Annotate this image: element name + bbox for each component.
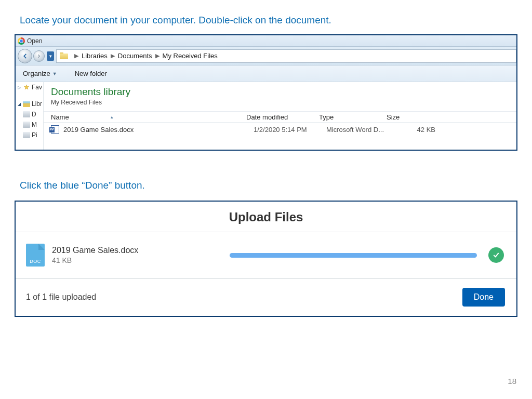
address-bar[interactable]: ▶ Libraries ▶ Documents ▶ My Received Fi… xyxy=(56,49,516,63)
instruction-2: Click the blue “Done” button. xyxy=(0,180,532,201)
library-title: Documents library xyxy=(51,86,516,98)
upload-file-name: 2019 Game Sales.docx xyxy=(52,246,218,255)
file-list-pane: Documents library My Received Files Name… xyxy=(44,82,516,150)
column-type[interactable]: Type xyxy=(319,113,387,121)
sidebar-label: D xyxy=(32,111,36,118)
sidebar-favorites[interactable]: ▷ Fav xyxy=(16,82,43,92)
sidebar-item[interactable]: D xyxy=(16,109,43,119)
file-row[interactable]: 2019 Game Sales.docx 1/2/2020 5:14 PM Mi… xyxy=(44,123,516,136)
back-button[interactable] xyxy=(18,49,32,63)
file-type: Microsoft Word D... xyxy=(326,126,394,134)
libraries-icon xyxy=(23,101,30,107)
new-folder-button[interactable]: New folder xyxy=(75,70,107,77)
upload-status: 1 of 1 file uploaded xyxy=(26,292,96,302)
done-button[interactable]: Done xyxy=(462,288,505,307)
chevron-right-icon: ▶ xyxy=(111,52,115,59)
file-name: 2019 Game Sales.docx xyxy=(63,126,254,134)
upload-file-size: 41 KB xyxy=(52,256,218,264)
nav-sidebar: ▷ Fav ◢ Libr D M xyxy=(16,82,44,150)
organize-button[interactable]: Organize▼ xyxy=(23,70,57,77)
disk-icon xyxy=(23,111,30,117)
expand-icon: ▷ xyxy=(18,85,23,90)
file-date: 1/2/2020 5:14 PM xyxy=(254,126,326,134)
forward-button[interactable] xyxy=(33,50,45,62)
breadcrumb-my-received-files[interactable]: My Received Files xyxy=(163,52,218,60)
chevron-right-icon: ▶ xyxy=(155,52,159,59)
column-headers: Name▴ Date modified Type Size xyxy=(44,111,516,123)
disk-icon xyxy=(23,122,30,128)
chrome-icon xyxy=(18,37,25,45)
caret-down-icon: ▼ xyxy=(52,71,57,76)
upload-progress-bar xyxy=(230,253,477,258)
file-size: 42 KB xyxy=(394,126,441,134)
star-icon xyxy=(23,84,30,91)
instruction-1: Locate your document in your computer. D… xyxy=(0,0,532,34)
nav-bar: ▾ ▶ Libraries ▶ Documents ▶ My Received … xyxy=(16,47,516,65)
file-open-dialog: Open ▾ ▶ Libraries ▶ Documents ▶ My Rece… xyxy=(15,34,517,151)
upload-title: Upload Files xyxy=(16,202,516,232)
sidebar-label: M xyxy=(32,121,37,128)
sidebar-label: Pi xyxy=(32,131,37,139)
folder-icon xyxy=(60,52,68,59)
doc-file-icon xyxy=(26,244,45,267)
title-bar: Open xyxy=(16,35,516,47)
success-check-icon xyxy=(488,247,504,263)
library-subtitle: My Received Files xyxy=(51,99,516,106)
sidebar-label: Fav xyxy=(32,84,42,91)
breadcrumb-documents[interactable]: Documents xyxy=(118,52,152,60)
page-number: 18 xyxy=(508,377,516,385)
sidebar-item[interactable]: M xyxy=(16,119,43,130)
command-bar: Organize▼ New folder xyxy=(16,65,516,82)
window-title: Open xyxy=(27,37,42,45)
upload-files-panel: Upload Files 2019 Game Sales.docx 41 KB … xyxy=(15,201,517,317)
sidebar-item[interactable]: Pi xyxy=(16,130,43,140)
disk-icon xyxy=(23,132,30,138)
word-doc-icon xyxy=(51,125,59,134)
column-name[interactable]: Name▴ xyxy=(44,113,246,121)
upload-file-row: 2019 Game Sales.docx 41 KB xyxy=(16,232,516,278)
sidebar-label: Libr xyxy=(32,100,42,108)
nav-history-dropdown[interactable]: ▾ xyxy=(47,51,54,61)
column-size[interactable]: Size xyxy=(387,113,433,121)
chevron-right-icon: ▶ xyxy=(74,52,78,59)
collapse-icon: ◢ xyxy=(18,102,23,107)
column-date[interactable]: Date modified xyxy=(246,113,319,121)
breadcrumb-libraries[interactable]: Libraries xyxy=(82,52,108,60)
sidebar-libraries[interactable]: ◢ Libr xyxy=(16,99,43,109)
sort-asc-icon: ▴ xyxy=(111,114,113,119)
